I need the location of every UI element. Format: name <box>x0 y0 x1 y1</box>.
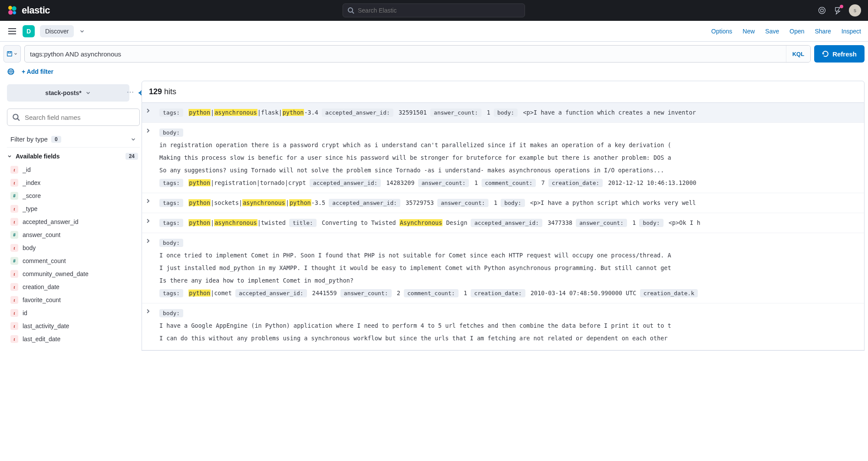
field-type-token: t <box>10 335 18 343</box>
field-name: answer_count <box>23 231 60 238</box>
brand-text: elastic <box>22 5 50 16</box>
field-list: t_idt_index#_scoret_typetaccepted_answer… <box>7 163 142 346</box>
expand-row-icon[interactable] <box>142 193 156 213</box>
field-item[interactable]: tcommunity_owned_date <box>7 267 142 280</box>
query-input[interactable] <box>25 46 786 62</box>
inspect-link[interactable]: Inspect <box>842 28 861 35</box>
available-fields-header[interactable]: Available fields 24 <box>7 148 142 163</box>
add-filter-button[interactable]: + Add filter <box>22 68 53 75</box>
svg-point-1 <box>12 6 17 11</box>
refresh-icon <box>822 50 829 57</box>
logo[interactable]: elastic <box>7 5 50 16</box>
disk-icon <box>7 51 13 57</box>
field-item[interactable]: #comment_count <box>7 254 142 267</box>
field-type-token: t <box>10 244 18 252</box>
field-name: _type <box>23 205 37 212</box>
new-link[interactable]: New <box>743 28 755 35</box>
table-row[interactable]: body:I have a Google AppEngine (in Pytho… <box>142 303 864 350</box>
field-item[interactable]: taccepted_answer_id <box>7 215 142 228</box>
collapse-sidebar-icon[interactable] <box>137 89 142 96</box>
fields-sidebar: stack-posts* Filter by type 0 Available … <box>0 81 142 455</box>
help-icon[interactable] <box>818 6 826 15</box>
field-item[interactable]: tlast_activity_date <box>7 319 142 333</box>
index-pattern-selector[interactable]: stack-posts* <box>7 84 129 102</box>
field-item[interactable]: #answer_count <box>7 228 142 241</box>
table-row[interactable]: body:in registration operation there is … <box>142 123 864 193</box>
query-bar: KQL Refresh <box>0 42 868 66</box>
filter-bar: + Add filter <box>0 66 868 81</box>
chevron-down-icon[interactable] <box>79 28 85 34</box>
news-icon[interactable] <box>833 6 842 15</box>
svg-line-22 <box>17 119 20 121</box>
doc-source: tags: python|asynchronous|twisted title:… <box>156 213 864 233</box>
svg-point-7 <box>821 9 824 12</box>
field-item[interactable]: t_id <box>7 163 142 176</box>
field-search-input[interactable] <box>7 109 140 126</box>
filter-icon[interactable] <box>7 68 15 76</box>
field-name: _id <box>23 166 31 173</box>
share-link[interactable]: Share <box>815 28 831 35</box>
field-type-token: # <box>10 192 18 200</box>
filter-by-type-toggle[interactable]: Filter by type 0 <box>7 131 140 148</box>
expand-row-icon[interactable] <box>142 303 156 350</box>
table-row[interactable]: body:I once tried to implement Comet in … <box>142 233 864 303</box>
field-item[interactable]: tlast_edit_date <box>7 333 142 346</box>
chevron-down-icon <box>7 154 12 159</box>
global-search-box[interactable] <box>343 3 525 17</box>
field-item[interactable]: tfavorite_count <box>7 293 142 306</box>
table-row[interactable]: tags: python|asynchronous|twisted title:… <box>142 213 864 233</box>
svg-point-0 <box>8 6 12 10</box>
save-link[interactable]: Save <box>765 28 779 35</box>
query-input-wrap: KQL <box>24 45 811 63</box>
field-name: last_activity_date <box>23 323 69 329</box>
svg-point-4 <box>348 8 353 12</box>
expand-row-icon[interactable] <box>142 233 156 303</box>
open-link[interactable]: Open <box>789 28 804 35</box>
doc-source: body:in registration operation there is … <box>156 123 864 193</box>
header-right: s <box>818 4 861 16</box>
svg-point-3 <box>13 11 17 15</box>
field-type-token: t <box>10 270 18 278</box>
field-type-token: t <box>10 296 18 304</box>
field-name: _index <box>23 179 40 186</box>
avatar[interactable]: s <box>849 4 861 16</box>
saved-query-button[interactable] <box>3 45 21 63</box>
app-switcher-button[interactable]: Discover <box>40 25 74 37</box>
svg-rect-11 <box>7 52 12 56</box>
chevron-down-icon <box>130 136 136 142</box>
expand-row-icon[interactable] <box>142 213 156 233</box>
search-icon <box>347 7 354 14</box>
notification-dot <box>840 5 843 8</box>
menu-toggle-icon[interactable] <box>7 26 17 36</box>
field-item[interactable]: t_index <box>7 176 142 189</box>
expand-row-icon[interactable] <box>142 123 156 193</box>
field-name: comment_count <box>23 257 66 264</box>
field-name: accepted_answer_id <box>23 218 78 225</box>
field-item[interactable]: tcreation_date <box>7 280 142 293</box>
field-type-token: t <box>10 309 18 317</box>
field-type-token: t <box>10 283 18 291</box>
drag-handle-icon[interactable] <box>127 91 134 95</box>
svg-point-19 <box>132 92 133 92</box>
global-search-input[interactable] <box>358 7 520 14</box>
expand-row-icon[interactable] <box>142 103 156 122</box>
field-item[interactable]: #_score <box>7 189 142 202</box>
table-row[interactable]: tags: python|asynchronous|flask|python-3… <box>142 103 864 123</box>
field-name: last_edit_date <box>23 336 60 342</box>
table-row[interactable]: tags: python|sockets|asynchronous|python… <box>142 193 864 213</box>
field-name: body <box>23 244 36 251</box>
field-type-token: t <box>10 166 18 174</box>
document-table[interactable]: tags: python|asynchronous|flask|python-3… <box>142 103 865 351</box>
field-type-token: # <box>10 257 18 265</box>
elastic-logo-icon <box>7 5 17 16</box>
svg-point-17 <box>127 92 128 92</box>
options-link[interactable]: Options <box>711 28 732 35</box>
query-language-switcher[interactable]: KQL <box>786 46 810 62</box>
field-item[interactable]: t_type <box>7 202 142 215</box>
doc-source: tags: python|asynchronous|flask|python-3… <box>156 103 864 122</box>
field-item[interactable]: tbody <box>7 241 142 254</box>
hits-header: 129 hits <box>142 81 865 103</box>
doc-source: body:I once tried to implement Comet in … <box>156 233 864 303</box>
field-item[interactable]: tid <box>7 306 142 319</box>
refresh-button[interactable]: Refresh <box>814 45 865 63</box>
